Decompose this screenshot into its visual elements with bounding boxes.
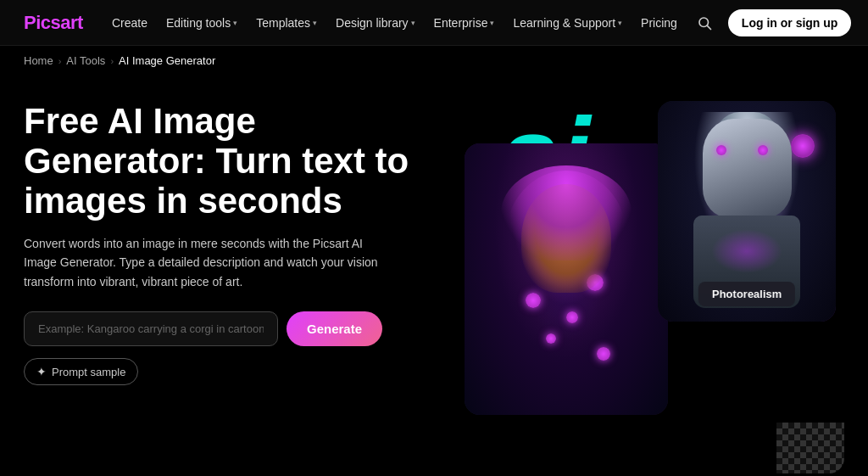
svg-line-1 bbox=[707, 25, 710, 29]
nav-label-create: Create bbox=[112, 16, 147, 30]
orb-5 bbox=[597, 347, 610, 361]
navbar: Picsart Create Editing tools ▾ Templates… bbox=[0, 0, 868, 46]
left-panel: Free AI Image Generator: Turn text to im… bbox=[24, 92, 448, 385]
chevron-down-icon: ▾ bbox=[313, 19, 317, 27]
login-button[interactable]: Log in or sign up bbox=[728, 9, 852, 36]
breadcrumb-ai-tools[interactable]: AI Tools bbox=[66, 54, 105, 67]
hero-title: Free AI Image Generator: Turn text to im… bbox=[24, 101, 448, 221]
robot-head bbox=[703, 119, 792, 218]
nav-label-templates: Templates bbox=[256, 16, 310, 30]
robot-eye-right bbox=[758, 145, 768, 155]
nav-item-enterprise[interactable]: Enterprise ▾ bbox=[426, 11, 504, 35]
orb-1 bbox=[526, 293, 541, 308]
nav-label-editing: Editing tools bbox=[166, 16, 231, 30]
chevron-down-icon: ▾ bbox=[490, 19, 494, 27]
nav-item-design-library[interactable]: Design library ▾ bbox=[327, 11, 424, 35]
robot-headphone-icon bbox=[791, 134, 815, 158]
search-button[interactable] bbox=[691, 9, 718, 36]
checkered-background bbox=[776, 423, 844, 473]
orb-2 bbox=[566, 311, 578, 323]
prompt-input[interactable] bbox=[24, 311, 278, 346]
breadcrumb: Home › AI Tools › AI Image Generator bbox=[0, 46, 868, 76]
generate-button[interactable]: Generate bbox=[287, 311, 382, 346]
chevron-down-icon: ▾ bbox=[411, 19, 415, 27]
nav-item-pricing[interactable]: Pricing bbox=[632, 11, 686, 35]
woman-figure bbox=[465, 143, 668, 415]
nav-label-learning: Learning & Support bbox=[513, 16, 615, 30]
image-card-woman bbox=[465, 143, 668, 415]
nav-item-editing-tools[interactable]: Editing tools ▾ bbox=[158, 11, 246, 35]
image-card-robot: Photorealism bbox=[658, 101, 836, 322]
nav-label-pricing: Pricing bbox=[641, 16, 677, 30]
body-glow bbox=[711, 229, 782, 273]
prompt-sample-button[interactable]: ✦ Prompt sample bbox=[24, 358, 138, 385]
prompt-sample-label: Prompt sample bbox=[52, 366, 125, 378]
search-icon bbox=[697, 15, 712, 31]
main-content: Free AI Image Generator: Turn text to im… bbox=[0, 76, 868, 473]
hero-description: Convert words into an image in mere seco… bbox=[24, 234, 388, 291]
logo[interactable]: Picsart bbox=[24, 12, 83, 34]
nav-item-create[interactable]: Create bbox=[103, 11, 156, 35]
nav-item-learning[interactable]: Learning & Support ▾ bbox=[504, 11, 631, 35]
right-panel: ai bbox=[448, 92, 844, 473]
hair-area bbox=[501, 165, 632, 260]
nav-right: Log in or sign up bbox=[691, 9, 852, 36]
breadcrumb-sep-2: › bbox=[110, 56, 114, 66]
input-row: Generate bbox=[24, 311, 448, 346]
chevron-down-icon: ▾ bbox=[233, 19, 237, 27]
chevron-down-icon: ▾ bbox=[618, 19, 622, 27]
nav-label-enterprise: Enterprise bbox=[434, 16, 488, 30]
breadcrumb-home[interactable]: Home bbox=[24, 54, 53, 67]
nav-links: Create Editing tools ▾ Templates ▾ Desig… bbox=[103, 11, 686, 35]
breadcrumb-current: AI Image Generator bbox=[119, 54, 215, 67]
photorealism-badge: Photorealism bbox=[698, 282, 795, 306]
orb-4 bbox=[546, 333, 556, 344]
sparkle-icon: ✦ bbox=[36, 365, 47, 378]
nav-label-design: Design library bbox=[336, 16, 409, 30]
nav-item-templates[interactable]: Templates ▾ bbox=[248, 11, 326, 35]
breadcrumb-sep-1: › bbox=[58, 56, 62, 66]
